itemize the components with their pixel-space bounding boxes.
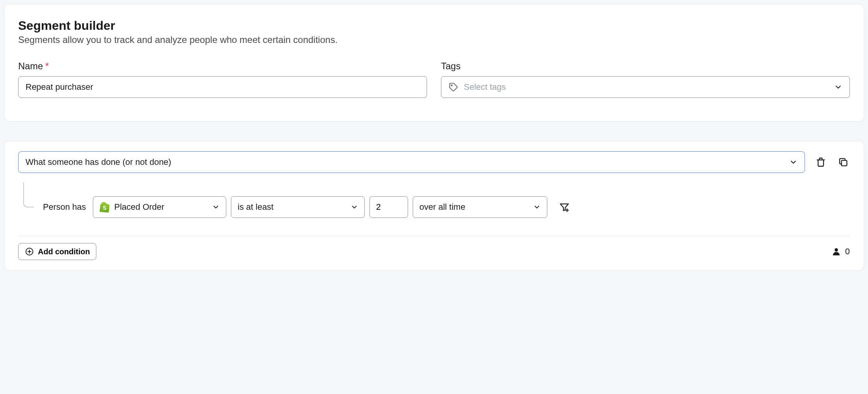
- condition-prefix-label: Person has: [43, 202, 86, 212]
- svg-point-3: [834, 248, 838, 252]
- tags-placeholder: Select tags: [464, 82, 506, 92]
- operator-select[interactable]: is at least: [231, 196, 365, 218]
- timeframe-value: over all time: [419, 202, 465, 212]
- person-icon: [831, 247, 841, 257]
- page-subtitle: Segments allow you to track and analyze …: [18, 34, 850, 45]
- event-value: Placed Order: [114, 202, 164, 212]
- add-condition-label: Add condition: [38, 247, 90, 256]
- condition-inner: Person has Placed Order is at least: [18, 182, 850, 218]
- timeframe-select[interactable]: over all time: [413, 196, 547, 218]
- svg-point-0: [451, 85, 452, 86]
- add-filter-button[interactable]: [559, 202, 570, 212]
- tags-select-left: Select tags: [448, 82, 506, 92]
- duplicate-condition-button[interactable]: [837, 156, 850, 169]
- condition-top-row: What someone has done (or not done): [18, 151, 850, 173]
- chevron-down-icon: [212, 203, 220, 211]
- copy-icon: [838, 157, 849, 168]
- trash-icon: [815, 157, 826, 168]
- operator-value: is at least: [238, 202, 273, 212]
- chevron-down-icon: [350, 203, 358, 211]
- event-select[interactable]: Placed Order: [93, 196, 226, 218]
- chevron-down-icon: [533, 203, 541, 211]
- chevron-down-icon: [834, 83, 842, 91]
- people-count: 0: [831, 247, 850, 257]
- delete-condition-button[interactable]: [814, 156, 827, 169]
- plus-circle-icon: [25, 247, 34, 256]
- required-indicator: *: [45, 61, 49, 71]
- page-title: Segment builder: [18, 18, 850, 33]
- tags-label: Tags: [441, 61, 850, 72]
- segment-header-card: Segment builder Segments allow you to tr…: [4, 4, 864, 122]
- people-count-value: 0: [845, 247, 850, 257]
- name-input[interactable]: [18, 76, 427, 98]
- tags-field-col: Tags Select tags: [441, 61, 850, 98]
- conditions-card: What someone has done (or not done): [4, 141, 864, 271]
- tags-select[interactable]: Select tags: [441, 76, 850, 98]
- connector-line: [21, 182, 35, 218]
- condition-type-select[interactable]: What someone has done (or not done): [18, 151, 805, 173]
- condition-fields: Person has Placed Order is at least: [35, 182, 850, 218]
- filter-icon: [559, 202, 570, 212]
- name-label: Name*: [18, 61, 427, 72]
- shopify-icon: [99, 202, 109, 212]
- condition-type-value: What someone has done (or not done): [26, 157, 171, 167]
- footer-row: Add condition 0: [18, 243, 850, 260]
- name-label-text: Name: [18, 61, 43, 71]
- divider: [18, 236, 850, 236]
- tag-icon: [448, 82, 458, 92]
- svg-rect-1: [841, 161, 847, 166]
- form-row: Name* Tags Select tags: [18, 61, 850, 98]
- count-input[interactable]: [369, 196, 408, 218]
- name-field-col: Name*: [18, 61, 427, 98]
- chevron-down-icon: [789, 158, 798, 166]
- add-condition-button[interactable]: Add condition: [18, 243, 96, 260]
